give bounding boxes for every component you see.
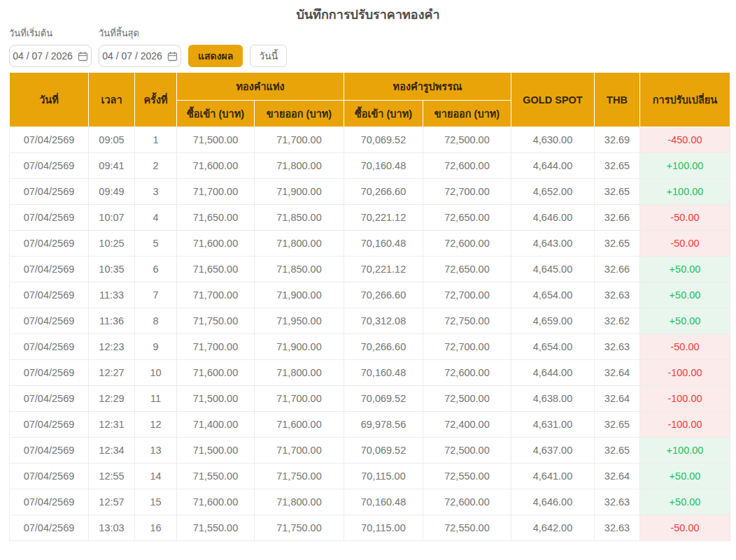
cell-thb: 32.65	[595, 438, 640, 464]
cell-bar-buy: 71,650.00	[177, 205, 255, 231]
cell-gold-spot: 4,644.00	[511, 153, 595, 179]
end-date-label: วันที่สิ้นสุด	[99, 28, 181, 39]
cell-ornament-buy: 70,160.48	[344, 153, 423, 179]
cell-gold-spot: 4,637.00	[511, 438, 595, 464]
cell-gold-spot: 4,654.00	[511, 334, 595, 360]
col-group-gold-bar: ทองคำแท่ง	[177, 73, 344, 101]
cell-round: 8	[135, 308, 177, 334]
start-date-input[interactable]: 04 / 07 / 2026	[9, 45, 92, 67]
cell-ornament-buy: 70,266.60	[344, 179, 423, 205]
cell-change: +100.00	[640, 153, 730, 179]
cell-bar-sell: 71,850.00	[255, 257, 344, 282]
cell-ornament-buy: 70,221.12	[344, 205, 423, 231]
cell-bar-sell: 71,700.00	[255, 438, 344, 464]
end-date-input[interactable]: 04 / 07 / 2026	[99, 45, 181, 67]
cell-ornament-buy: 70,160.48	[344, 231, 423, 257]
table-row: 07/04/256909:41271,600.0071,800.0070,160…	[10, 153, 730, 179]
table-row: 07/04/256912:271071,600.0071,800.0070,16…	[10, 360, 730, 386]
cell-bar-buy: 71,600.00	[177, 489, 255, 515]
table-row: 07/04/256909:49371,700.0071,900.0070,266…	[10, 179, 730, 205]
cell-gold-spot: 4,638.00	[511, 386, 595, 412]
cell-round: 9	[135, 334, 177, 360]
table-row: 07/04/256910:25571,600.0071,800.0070,160…	[10, 231, 730, 257]
cell-round: 13	[135, 438, 177, 464]
cell-date: 07/04/2569	[10, 412, 89, 438]
cell-gold-spot: 4,642.00	[511, 515, 595, 541]
table-row: 07/04/256912:341371,500.0071,700.0070,06…	[10, 438, 730, 464]
filter-bar: วันที่เริ่มต้น 04 / 07 / 2026 วันที่สิ้น…	[0, 22, 736, 72]
cell-ornament-buy: 70,312.08	[344, 308, 423, 334]
cell-ornament-sell: 72,400.00	[423, 412, 511, 438]
cell-change: -450.00	[640, 127, 730, 153]
cell-time: 09:41	[89, 153, 135, 179]
cell-change: -100.00	[640, 360, 730, 386]
cell-round: 15	[135, 489, 177, 515]
cell-gold-spot: 4,645.00	[511, 257, 595, 282]
cell-bar-sell: 71,700.00	[255, 386, 344, 412]
cell-date: 07/04/2569	[10, 257, 89, 282]
cell-bar-buy: 71,500.00	[177, 386, 255, 412]
cell-bar-sell: 71,800.00	[255, 153, 344, 179]
cell-round: 16	[135, 515, 177, 541]
table-row: 07/04/256912:311271,400.0071,600.0069,97…	[10, 412, 730, 438]
calendar-icon[interactable]	[78, 51, 88, 62]
cell-ornament-sell: 72,750.00	[423, 308, 511, 334]
cell-bar-buy: 71,600.00	[177, 360, 255, 386]
start-date-label: วันที่เริ่มต้น	[9, 28, 92, 39]
table-row: 07/04/256912:23971,700.0071,900.0070,266…	[10, 334, 730, 360]
cell-bar-sell: 71,950.00	[255, 308, 344, 334]
cell-change: +50.00	[640, 308, 730, 334]
cell-change: -100.00	[640, 412, 730, 438]
cell-date: 07/04/2569	[10, 231, 89, 257]
cell-change: -50.00	[640, 205, 730, 231]
page-title: บันทึกการปรับราคาทองคำ	[0, 0, 736, 22]
col-group-gold-ornament: ทองคำรูปพรรณ	[344, 73, 511, 101]
col-header-ornament-sell: ขายออก (บาท)	[423, 101, 511, 127]
cell-bar-sell: 71,750.00	[255, 464, 344, 489]
today-button[interactable]: วันนี้	[250, 45, 287, 67]
table-row: 07/04/256912:291171,500.0071,700.0070,06…	[10, 386, 730, 412]
cell-time: 12:31	[89, 412, 135, 438]
cell-ornament-sell: 72,600.00	[423, 360, 511, 386]
cell-ornament-buy: 70,160.48	[344, 489, 423, 515]
cell-ornament-buy: 70,266.60	[344, 282, 423, 308]
cell-thb: 32.69	[595, 127, 640, 153]
cell-time: 12:29	[89, 386, 135, 412]
cell-time: 10:25	[89, 231, 135, 257]
cell-date: 07/04/2569	[10, 515, 89, 541]
cell-thb: 32.64	[595, 386, 640, 412]
cell-time: 09:49	[89, 179, 135, 205]
col-header-bar-sell: ขายออก (บาท)	[255, 101, 344, 127]
col-header-date: วันที่	[10, 73, 89, 127]
cell-bar-sell: 71,700.00	[255, 127, 344, 153]
cell-ornament-sell: 72,500.00	[423, 386, 511, 412]
table-row: 07/04/256910:07471,650.0071,850.0070,221…	[10, 205, 730, 231]
cell-ornament-sell: 72,650.00	[423, 257, 511, 282]
cell-thb: 32.63	[595, 489, 640, 515]
cell-date: 07/04/2569	[10, 308, 89, 334]
cell-gold-spot: 4,641.00	[511, 464, 595, 489]
start-date-value: 04 / 07 / 2026	[13, 50, 73, 62]
table-row: 07/04/256911:36871,750.0071,950.0070,312…	[10, 308, 730, 334]
cell-date: 07/04/2569	[10, 360, 89, 386]
cell-ornament-buy: 70,221.12	[344, 257, 423, 282]
cell-bar-buy: 71,400.00	[177, 412, 255, 438]
table-row: 07/04/256912:571571,600.0071,800.0070,16…	[10, 489, 730, 515]
cell-round: 4	[135, 205, 177, 231]
cell-thb: 32.63	[595, 515, 640, 541]
cell-bar-buy: 71,550.00	[177, 515, 255, 541]
calendar-icon[interactable]	[167, 51, 178, 62]
cell-thb: 32.64	[595, 360, 640, 386]
cell-ornament-sell: 72,700.00	[423, 179, 511, 205]
cell-date: 07/04/2569	[10, 282, 89, 308]
cell-gold-spot: 4,631.00	[511, 412, 595, 438]
cell-change: +100.00	[640, 179, 730, 205]
table-row: 07/04/256909:05171,500.0071,700.0070,069…	[10, 127, 730, 153]
cell-time: 12:34	[89, 438, 135, 464]
cell-gold-spot: 4,630.00	[511, 127, 595, 153]
cell-bar-buy: 71,700.00	[177, 282, 255, 308]
cell-ornament-buy: 69,978.56	[344, 412, 423, 438]
cell-round: 7	[135, 282, 177, 308]
show-results-button[interactable]: แสดงผล	[188, 45, 243, 67]
cell-ornament-sell: 72,600.00	[423, 231, 511, 257]
